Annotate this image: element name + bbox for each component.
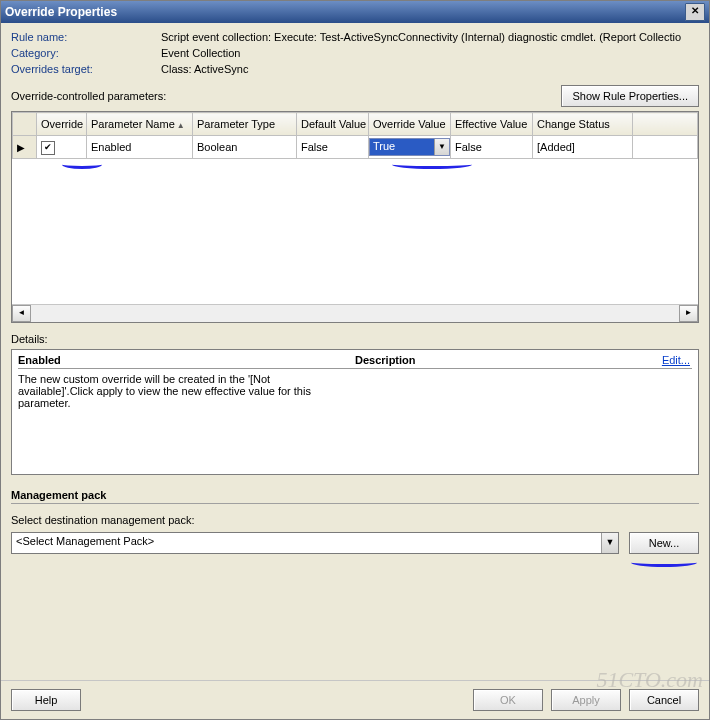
grid-header-row: Override Parameter Name▲ Parameter Type …	[13, 113, 698, 136]
header-properties: Rule name: Script event collection: Exec…	[11, 31, 699, 75]
category-label: Category:	[11, 47, 161, 59]
cell-default-value: False	[297, 136, 369, 159]
grid-header-change-status[interactable]: Change Status	[533, 113, 633, 136]
grid-header-spacer	[633, 113, 698, 136]
override-checkbox-cell[interactable]: ✔	[37, 136, 87, 159]
parameters-grid[interactable]: Override Parameter Name▲ Parameter Type …	[11, 111, 699, 323]
overrides-target-label: Overrides target:	[11, 63, 161, 75]
management-pack-combobox[interactable]: <Select Management Pack> ▼	[11, 532, 619, 554]
override-value-dropdown[interactable]: True ▼	[369, 138, 450, 156]
scroll-right-button[interactable]: ►	[679, 305, 698, 322]
details-section: Details: Enabled Description Edit... The…	[11, 333, 699, 475]
close-button[interactable]: ✕	[685, 3, 705, 21]
grid-header-rowselector	[13, 113, 37, 136]
cell-parameter-name: Enabled	[87, 136, 193, 159]
details-body-text: The new custom override will be created …	[18, 373, 328, 409]
cell-parameter-type: Boolean	[193, 136, 297, 159]
details-title: Enabled	[18, 354, 355, 369]
grid-header-default-value[interactable]: Default Value	[297, 113, 369, 136]
rule-name-value: Script event collection: Execute: Test-A…	[161, 31, 699, 43]
override-checkbox[interactable]: ✔	[41, 141, 55, 155]
sort-ascending-icon: ▲	[177, 121, 185, 130]
grid-header-effective-value[interactable]: Effective Value	[451, 113, 533, 136]
cell-override-value[interactable]: True ▼	[369, 136, 451, 159]
rule-name-label: Rule name:	[11, 31, 161, 43]
management-pack-heading: Management pack	[11, 489, 699, 504]
chevron-down-icon[interactable]: ▼	[434, 139, 449, 155]
category-value: Event Collection	[161, 47, 699, 59]
ok-button[interactable]: OK	[473, 689, 543, 711]
cell-effective-value: False	[451, 136, 533, 159]
table-row[interactable]: ▶ ✔ Enabled Boolean False True ▼	[13, 136, 698, 159]
grid-header-override[interactable]: Override	[37, 113, 87, 136]
details-panel: Enabled Description Edit... The new cust…	[11, 349, 699, 475]
current-row-icon: ▶	[17, 142, 25, 153]
management-pack-prompt: Select destination management pack:	[11, 514, 699, 526]
horizontal-scrollbar[interactable]: ◄ ►	[12, 304, 698, 322]
grid-header-parameter-name[interactable]: Parameter Name▲	[87, 113, 193, 136]
grid-header-override-value[interactable]: Override Value	[369, 113, 451, 136]
override-controlled-parameters-label: Override-controlled parameters:	[11, 90, 561, 102]
help-button[interactable]: Help	[11, 689, 81, 711]
window-title: Override Properties	[5, 5, 117, 19]
row-indicator: ▶	[13, 136, 37, 159]
scroll-left-button[interactable]: ◄	[12, 305, 31, 322]
edit-link[interactable]: Edit...	[662, 354, 690, 366]
management-pack-selected: <Select Management Pack>	[12, 533, 601, 553]
details-label: Details:	[11, 333, 699, 345]
details-description-label: Description	[355, 354, 692, 369]
new-management-pack-button[interactable]: New...	[629, 532, 699, 554]
titlebar: Override Properties ✕	[1, 1, 709, 23]
chevron-down-icon[interactable]: ▼	[601, 533, 618, 553]
overrides-target-value: Class: ActiveSync	[161, 63, 699, 75]
grid-header-parameter-type[interactable]: Parameter Type	[193, 113, 297, 136]
override-properties-window: Override Properties ✕ Rule name: Script …	[0, 0, 710, 720]
cancel-button[interactable]: Cancel	[629, 689, 699, 711]
show-rule-properties-button[interactable]: Show Rule Properties...	[561, 85, 699, 107]
apply-button[interactable]: Apply	[551, 689, 621, 711]
cell-change-status: [Added]	[533, 136, 633, 159]
cell-spacer	[633, 136, 698, 159]
dialog-footer: Help OK Apply Cancel	[1, 680, 709, 719]
